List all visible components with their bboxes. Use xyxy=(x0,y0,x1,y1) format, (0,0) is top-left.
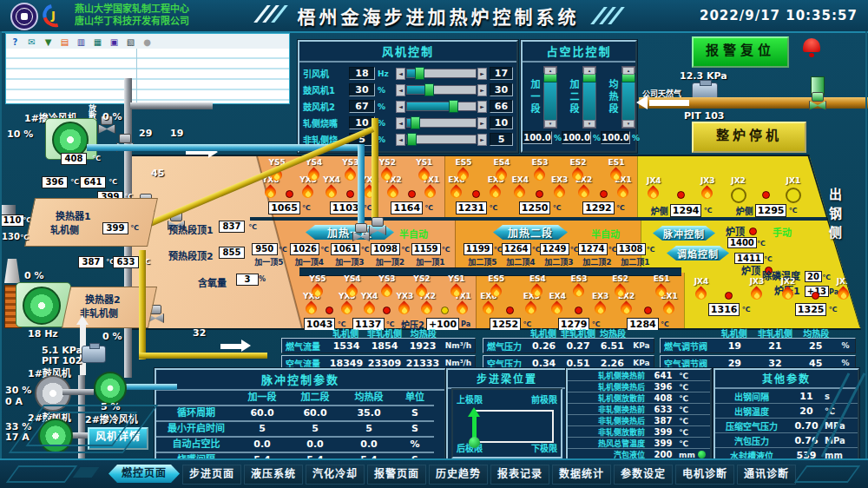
duty-slider[interactable]: ▴▾ xyxy=(582,66,596,129)
duty-value-box[interactable]: 100.0 xyxy=(562,131,591,144)
slider-left-arrow[interactable]: ◄ xyxy=(396,134,405,146)
tab-步进页面[interactable]: 步进页面 xyxy=(182,465,241,485)
chart-icon[interactable]: ▥ xyxy=(76,36,87,48)
fan-setpoint-value[interactable]: 30 xyxy=(349,83,375,96)
col-header: 轧机侧 xyxy=(713,326,754,340)
pulse-value[interactable]: 60.0 xyxy=(236,406,288,422)
slider-fill xyxy=(407,102,452,110)
temp-display: 399 xyxy=(102,222,128,234)
duty-slider[interactable]: ▴▾ xyxy=(543,66,557,129)
duty-slider[interactable]: ▴▾ xyxy=(621,66,635,129)
report-icon[interactable]: ▦ xyxy=(92,36,103,48)
col-header: 非轧机侧 xyxy=(365,326,404,340)
export-icon[interactable]: ▧ xyxy=(125,36,136,48)
slider-track[interactable] xyxy=(406,85,477,95)
burner-ES2: ES2 xyxy=(570,158,587,183)
pipe-valve-icon[interactable] xyxy=(368,217,385,235)
burner-EX3: EX3 xyxy=(592,292,608,317)
flame-adjust-button[interactable]: 调焰控制 xyxy=(667,246,729,260)
slider-left-arrow[interactable]: ◄ xyxy=(396,101,405,113)
gas-control-valve-icon[interactable] xyxy=(808,92,825,110)
row-value: 23309 xyxy=(365,358,404,369)
burner-YS3: YS3 xyxy=(342,158,358,183)
fan-slider[interactable]: ◄► xyxy=(396,68,487,79)
flame-icon xyxy=(305,300,319,317)
slider-down-arrow[interactable]: ▾ xyxy=(544,120,556,128)
burner-ES4: ES4 xyxy=(529,274,546,300)
temp-value: 1308 xyxy=(616,243,646,255)
slider-track[interactable] xyxy=(406,135,477,144)
folder-icon[interactable]: ▤ xyxy=(59,36,70,48)
tab-数据统计[interactable]: 数据统计 xyxy=(552,465,611,485)
alarm-reset-button[interactable]: 报警复位 xyxy=(692,36,789,68)
tab-汽化冷却[interactable]: 汽化冷却 xyxy=(306,465,365,485)
fan-slider[interactable]: ◄► xyxy=(396,117,487,129)
alarm-list[interactable] xyxy=(6,49,289,103)
slider-right-arrow[interactable]: ► xyxy=(477,101,487,113)
row-label: 汽包压力 xyxy=(715,434,788,447)
duty-value-box[interactable]: 100.0 xyxy=(601,131,630,144)
fan2-cold-icon[interactable] xyxy=(94,372,127,405)
slider-thumb[interactable] xyxy=(407,133,417,146)
pulse-value[interactable]: 5 xyxy=(288,422,342,438)
slider-right-arrow[interactable]: ► xyxy=(477,134,487,146)
pipe-valve-icon[interactable] xyxy=(352,223,369,241)
pulse-control-button[interactable]: 脉冲控制 xyxy=(653,226,715,241)
row-value: 399 xyxy=(648,439,679,448)
pulse-value[interactable]: 0.0 xyxy=(288,438,342,453)
fan-slider[interactable]: ◄► xyxy=(396,134,487,145)
pulse-value[interactable]: 0.0 xyxy=(236,438,288,453)
tab-报警页面[interactable]: 报警页面 xyxy=(367,465,426,485)
duty-value-box[interactable]: 100.0 xyxy=(523,131,552,144)
tab-通讯诊断[interactable]: 通讯诊断 xyxy=(737,465,796,485)
heat-exchanger1 xyxy=(24,198,158,247)
slider-left-arrow[interactable]: ◄ xyxy=(396,68,405,80)
slider-thumb[interactable] xyxy=(415,67,424,80)
id-fan-icon[interactable] xyxy=(23,287,61,325)
fan-slider[interactable]: ◄► xyxy=(396,84,487,96)
slider-thumb[interactable] xyxy=(449,100,458,113)
send-icon[interactable]: ✉ xyxy=(26,36,37,48)
help-icon[interactable]: ? xyxy=(10,36,21,48)
fan-row-label: 引风机 xyxy=(303,67,346,80)
pulse-value[interactable]: 5 xyxy=(342,422,396,438)
window-icon[interactable]: ▣ xyxy=(108,36,120,48)
heating2-zone-button[interactable]: 加热二段 xyxy=(493,225,568,240)
slider-track[interactable] xyxy=(406,102,477,111)
slider-left-arrow[interactable]: ◄ xyxy=(396,117,405,129)
tab-参数设定[interactable]: 参数设定 xyxy=(614,465,673,485)
pulse-value[interactable]: 5 xyxy=(236,422,288,438)
slider-track[interactable] xyxy=(406,118,477,128)
furnace-stop-button[interactable]: 整炉停机 xyxy=(692,122,806,153)
slider-up-arrow[interactable]: ▴ xyxy=(583,67,595,75)
slider-up-arrow[interactable]: ▴ xyxy=(544,67,556,75)
pulse-value[interactable]: 35.0 xyxy=(342,406,396,422)
slider-down-arrow[interactable]: ▾ xyxy=(622,120,635,128)
tab-电机诊断[interactable]: 电机诊断 xyxy=(675,465,734,485)
slider-left-arrow[interactable]: ◄ xyxy=(396,84,405,96)
furnace-separator xyxy=(250,217,833,221)
roof-temp: 950℃加一顶5 xyxy=(250,243,288,267)
tab-燃控页面[interactable]: 燃控页面 xyxy=(108,465,180,483)
slider-track[interactable] xyxy=(406,69,477,78)
slider-up-arrow[interactable]: ▴ xyxy=(622,67,635,75)
slider-right-arrow[interactable]: ► xyxy=(477,84,487,96)
flow-arrow-left-icon xyxy=(636,96,648,109)
slider-right-arrow[interactable]: ► xyxy=(477,117,487,129)
fan-setpoint-value[interactable]: 18 xyxy=(349,67,375,80)
tab-液压系统[interactable]: 液压系统 xyxy=(244,465,303,485)
fan-slider[interactable]: ◄► xyxy=(396,101,487,112)
pulse-value[interactable]: 60.0 xyxy=(288,406,342,422)
pulse-value[interactable]: 0.0 xyxy=(342,438,396,453)
tab-报表记录[interactable]: 报表记录 xyxy=(490,465,549,485)
download-icon[interactable]: ▼ xyxy=(43,36,54,48)
indicator-dot xyxy=(286,190,293,198)
slider-down-arrow[interactable]: ▾ xyxy=(583,120,595,128)
slider-right-arrow[interactable]: ► xyxy=(477,68,487,80)
burner-label: JX1 xyxy=(837,277,852,286)
lock-icon[interactable]: ● xyxy=(141,36,153,48)
slider-thumb[interactable] xyxy=(424,83,434,96)
slider-thumb[interactable] xyxy=(411,116,420,129)
fan-setpoint-value[interactable]: 67 xyxy=(349,100,375,113)
tab-历史趋势[interactable]: 历史趋势 xyxy=(429,465,488,485)
